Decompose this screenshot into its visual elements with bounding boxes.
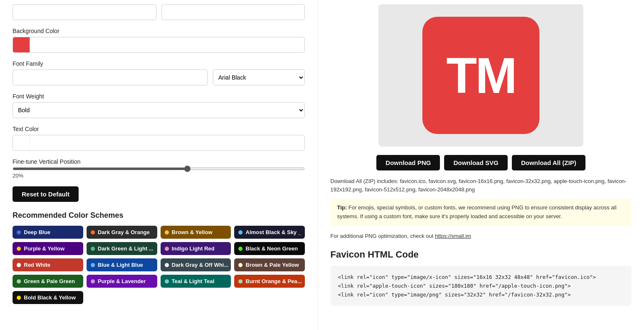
chip-label-burnt-orange-pea: Burnt Orange & Pea... — [245, 278, 302, 284]
dot-burnt-orange-pea — [238, 279, 243, 284]
download-png-button[interactable]: Download PNG — [376, 155, 440, 170]
font-weight-group: Font Weight Thin Light Regular Bold Blac… — [13, 93, 305, 118]
dot-deep-blue — [17, 230, 21, 235]
text-color-swatch[interactable] — [13, 135, 30, 150]
dot-dark-gray-off-whi — [165, 263, 169, 267]
chip-label-black-neon-green: Black & Neon Green — [245, 245, 298, 252]
download-note: Download All (ZIP) includes: favicon.ico… — [330, 177, 631, 193]
chip-label-dark-green-light: Dark Green & Light ... — [98, 245, 153, 252]
font-family-label: Font Family — [13, 60, 305, 67]
dot-brown-pale-yellow — [238, 263, 243, 267]
dot-blue-light-blue — [91, 263, 95, 267]
text-color-group: Text Color #FFFFFF — [13, 126, 305, 151]
font-weight-select[interactable]: Thin Light Regular Bold Black — [13, 102, 305, 118]
chip-label-teal-light-teal: Teal & Light Teal — [172, 278, 215, 284]
optimization-link[interactable]: https://small.im — [435, 233, 471, 239]
color-chip-burnt-orange-pea[interactable]: Burnt Orange & Pea... — [234, 275, 305, 288]
color-chip-green-pale-green[interactable]: Green & Pale Green — [13, 275, 83, 288]
bg-color-input-row: #E53E3E — [13, 37, 305, 53]
color-chip-brown-yellow[interactable]: Brown & Yellow — [161, 226, 231, 239]
color-schemes-title: Recommended Color Schemes — [13, 211, 305, 220]
height-input[interactable]: 120 — [161, 4, 305, 20]
color-chip-almost-black-sky[interactable]: Almost Black & Sky _ — [234, 226, 305, 239]
chip-label-purple-lavender: Purple & Lavender — [98, 278, 146, 284]
dot-dark-gray-orange — [91, 230, 95, 235]
font-family-input[interactable]: Arial Black — [13, 70, 208, 85]
color-chip-dark-green-light[interactable]: Dark Green & Light ... — [87, 242, 157, 255]
reset-button[interactable]: Reset to Default — [13, 186, 79, 202]
tip-box: Tip: For emojis, special symbols, or cus… — [330, 199, 631, 226]
dot-purple-lavender — [91, 279, 95, 284]
color-chip-dark-gray-off-whi[interactable]: Dark Gray & Off Whi... — [161, 258, 231, 271]
color-chip-dark-gray-orange[interactable]: Dark Gray & Orange — [87, 226, 157, 239]
dot-brown-yellow — [165, 230, 169, 235]
color-chip-teal-light-teal[interactable]: Teal & Light Teal — [161, 275, 231, 288]
bg-color-label: Background Color — [13, 28, 305, 34]
chip-label-red-white: Red White — [24, 262, 51, 268]
optimization-note: For additional PNG optimization, check o… — [330, 233, 631, 239]
code-block: <link rel="icon" type="image/x-icon" siz… — [330, 266, 631, 306]
color-chip-deep-blue[interactable]: Deep Blue — [13, 226, 83, 239]
code-line-3: <link rel="icon" type="image/png" sizes=… — [338, 290, 624, 299]
preview-container: TM — [330, 4, 631, 147]
font-weight-label: Font Weight — [13, 93, 305, 100]
color-chip-black-neon-green[interactable]: Black & Neon Green — [234, 242, 305, 255]
tip-text: For emojis, special symbols, or custom f… — [337, 204, 616, 219]
code-line-1: <link rel="icon" type="image/x-icon" siz… — [338, 273, 624, 281]
chip-label-green-pale-green: Green & Pale Green — [24, 278, 75, 284]
vertical-slider[interactable] — [13, 168, 305, 170]
dot-black-neon-green — [238, 247, 243, 251]
color-chip-blue-light-blue[interactable]: Blue & Light Blue — [87, 258, 157, 271]
color-chip-purple-lavender[interactable]: Purple & Lavender — [87, 275, 157, 288]
font-family-group: Font Family Arial Black Arial Black Aria… — [13, 60, 305, 85]
bg-color-field[interactable]: #E53E3E — [30, 37, 304, 52]
dot-red-white — [17, 263, 21, 267]
bg-color-swatch[interactable] — [13, 37, 30, 52]
width-input[interactable]: 512 — [13, 4, 156, 20]
dot-purple-yellow — [17, 247, 21, 251]
vertical-position-group: Fine-tune Vertical Position 20% — [13, 158, 305, 179]
bg-color-group: Background Color #E53E3E — [13, 28, 305, 53]
download-zip-button[interactable]: Download All (ZIP) — [512, 155, 585, 170]
favicon-preview: TM — [378, 4, 583, 147]
code-line-2: <link rel="apple-touch-icon" sizes="180x… — [338, 281, 624, 290]
color-chip-purple-yellow[interactable]: Purple & Yellow — [13, 242, 83, 255]
chip-label-bold-black-yellow: Bold Black & Yellow — [24, 294, 76, 301]
chip-label-deep-blue: Deep Blue — [24, 229, 51, 235]
chip-label-dark-gray-off-whi: Dark Gray & Off Whi... — [172, 262, 229, 268]
dot-almost-black-sky — [238, 230, 243, 235]
color-chip-indigo-light-red[interactable]: Indigo Light Red — [161, 242, 231, 255]
dot-indigo-light-red — [165, 247, 169, 251]
color-grid: Deep Blue Dark Gray & Orange Brown & Yel… — [13, 226, 305, 304]
download-svg-button[interactable]: Download SVG — [444, 155, 508, 170]
html-code-title: Favicon HTML Code — [330, 249, 631, 260]
download-buttons: Download PNG Download SVG Download All (… — [330, 155, 631, 170]
dot-teal-light-teal — [165, 279, 169, 284]
favicon-icon-bg: TM — [422, 17, 539, 134]
dot-green-pale-green — [17, 279, 21, 284]
optimization-text: For additional PNG optimization, check o… — [330, 233, 435, 239]
chip-label-almost-black-sky: Almost Black & Sky _ — [245, 229, 301, 235]
chip-label-indigo-light-red: Indigo Light Red — [172, 245, 215, 252]
fine-tune-label: Fine-tune Vertical Position — [13, 158, 305, 165]
chip-label-purple-yellow: Purple & Yellow — [24, 245, 64, 252]
chip-label-brown-pale-yellow: Brown & Pale Yellow — [245, 262, 299, 268]
chip-label-brown-yellow: Brown & Yellow — [172, 229, 212, 235]
color-chip-bold-black-yellow[interactable]: Bold Black & Yellow — [13, 291, 83, 304]
dot-dark-green-light — [91, 247, 95, 251]
color-chip-brown-pale-yellow[interactable]: Brown & Pale Yellow — [234, 258, 305, 271]
slider-value-display: 20% — [13, 173, 305, 179]
text-color-label: Text Color — [13, 126, 305, 132]
left-panel: 512 120 Background Color #E53E3E Font Fa… — [0, 0, 318, 330]
color-chip-red-white[interactable]: Red White — [13, 258, 83, 271]
font-family-select[interactable]: Arial Black Arial Helvetica Georgia Verd… — [213, 70, 305, 85]
chip-label-dark-gray-orange: Dark Gray & Orange — [98, 229, 150, 235]
right-panel: TM Download PNG Download SVG Download Al… — [318, 0, 644, 330]
dot-bold-black-yellow — [17, 296, 21, 300]
favicon-text: TM — [446, 50, 515, 101]
text-color-field[interactable]: #FFFFFF — [30, 135, 304, 150]
text-color-input-row: #FFFFFF — [13, 135, 305, 151]
chip-label-blue-light-blue: Blue & Light Blue — [98, 262, 143, 268]
